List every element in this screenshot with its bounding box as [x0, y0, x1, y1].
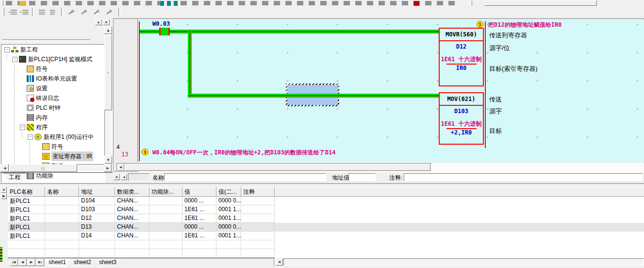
watch-row-d103[interactable]: 新PLC1 D103 CHAN... 1E61 ... 0001 1...	[8, 205, 644, 214]
tab-sheet2[interactable]: sheet2	[70, 258, 95, 267]
cell-name[interactable]	[45, 223, 79, 232]
cell-value-binary[interactable]: 0001 1...	[216, 232, 241, 240]
destination-operand[interactable]: +2,IR0	[440, 129, 483, 136]
force-cancel-button[interactable]	[103, 7, 115, 17]
panel-drag-grip[interactable]	[2, 39, 90, 42]
scroll-left-button[interactable]: ◄	[276, 258, 283, 266]
tree-item-plc[interactable]: - 新PLC1[CP1H] 监视模式	[1, 54, 105, 64]
tree-item-programs[interactable]: - 程序	[1, 122, 105, 132]
collapse-toggle-icon[interactable]: -	[4, 47, 10, 52]
scroll-down-button[interactable]: ▼	[104, 156, 112, 164]
tree-item-settings[interactable]: 设置	[1, 84, 105, 93]
cell-value[interactable]: 1E61 ...	[182, 214, 216, 223]
column-header[interactable]: 名称	[45, 187, 79, 196]
cell-data-type[interactable]: CHAN...	[115, 214, 149, 223]
cell-data-type[interactable]: CHAN...	[115, 197, 149, 205]
scroll-left-button[interactable]: ◄	[1, 164, 9, 172]
toolbar-grip[interactable]	[1, 0, 3, 6]
cell-value-binary[interactable]: 0001 1...	[216, 205, 241, 214]
watch-value-icons[interactable]	[160, 1, 181, 6]
tree-item-io-table[interactable]: IO表和单元设置	[1, 74, 105, 84]
collapse-toggle-icon[interactable]: -	[12, 57, 17, 62]
comment-lines-button[interactable]: °	[48, 7, 59, 17]
scroll-left-button[interactable]: ◄	[117, 164, 124, 171]
instruction-mov[interactable]: MOV(021) D103 1E61 十六进制 +2,IR0	[439, 92, 484, 145]
prev-sheet-button[interactable]: ◀	[18, 258, 27, 266]
align-lines-button[interactable]	[36, 7, 48, 17]
column-header[interactable]: 地址	[79, 187, 115, 196]
panel-close-button[interactable]: ×	[103, 19, 110, 25]
ladder-canvas[interactable]: W0.03 MOVR(560) D12 1E61 十六进制 IR0 MOV(02…	[138, 19, 644, 162]
tab-sheet1-active[interactable]: sheet1	[45, 258, 70, 267]
cell-address[interactable]: D13	[79, 223, 115, 232]
cell-plc-name[interactable]: 新PLC1	[8, 214, 45, 223]
bar-collapse-button[interactable]: ◄	[121, 174, 127, 180]
bar-close-button[interactable]: ×	[114, 174, 120, 180]
cell-name[interactable]	[45, 232, 79, 240]
collapse-toggle-icon[interactable]: -	[28, 134, 33, 140]
cell-plc-name[interactable]: 新PLC1	[8, 205, 45, 214]
watch-row-d13-selected[interactable]: 新PLC1 D13 CHAN... 0000 ... 0000 0...	[8, 223, 644, 232]
cell-data-type[interactable]: CHAN...	[115, 223, 149, 232]
column-header[interactable]: 功能块...	[149, 187, 182, 196]
cell-comment[interactable]	[241, 197, 275, 205]
watch-row-d12[interactable]: 新PLC1 D12 CHAN... 1E61 ... 0001 1...	[8, 214, 644, 223]
tree-item-index-register[interactable]: 变址寄存器 : IR	[1, 151, 105, 161]
cell-plc-name[interactable]: 新PLC1	[8, 232, 45, 240]
column-header[interactable]: 值(二...	[216, 187, 241, 196]
indent-right-button[interactable]: ▸	[18, 7, 30, 17]
tree-item-program1[interactable]: - 新程序1 (00)运行中	[1, 132, 105, 142]
open-icon[interactable]	[19, 1, 26, 6]
watch-row-d14[interactable]: 新PLC1 D14 CHAN... 1E61 ... 0001 1...	[8, 232, 644, 240]
contact-w003[interactable]	[159, 28, 170, 35]
cell-address[interactable]: D103	[79, 205, 115, 214]
cell-address[interactable]: D12	[79, 214, 115, 223]
toolbar-grip[interactable]	[2, 8, 4, 17]
toolbar-grip[interactable]	[470, 0, 472, 6]
cell-fb-usage[interactable]	[149, 232, 182, 240]
force-off-button[interactable]	[78, 7, 89, 17]
cell-plc-name[interactable]: 新PLC1	[8, 197, 45, 205]
tab-sheet3[interactable]: sheet3	[95, 258, 120, 267]
tree-item-error-log[interactable]: 错误日志	[1, 93, 105, 103]
watch-expand-button[interactable]: ▶	[1, 193, 7, 199]
cell-value[interactable]: 1E61 ...	[182, 205, 216, 214]
cell-address[interactable]: D14	[79, 232, 115, 240]
instruction-movr[interactable]: MOVR(560) D12 1E61 十六进制 IR0	[439, 28, 484, 86]
cell-value-binary[interactable]: 0000 0...	[216, 223, 241, 232]
source-operand[interactable]: D12	[440, 43, 483, 50]
cell-value[interactable]: 0000 ...	[182, 197, 216, 205]
cell-comment[interactable]	[241, 214, 275, 223]
tree-item-project[interactable]: - 新工程	[1, 45, 105, 54]
tree-hscroll-thumb[interactable]: |||	[9, 164, 77, 172]
tree-vscroll-thumb[interactable]: ≡	[104, 34, 112, 110]
tree-item-symbols-local[interactable]: 符号	[1, 142, 105, 151]
column-header[interactable]: 注释	[241, 187, 275, 196]
cell-comment[interactable]	[241, 205, 275, 214]
cell-comment[interactable]	[241, 223, 275, 232]
watch-close-button[interactable]: ×	[1, 187, 7, 193]
tree-item-symbols[interactable]: 符号	[1, 64, 105, 74]
force-on-button[interactable]	[65, 7, 77, 17]
watch-row-empty[interactable]	[8, 249, 644, 258]
cell-name[interactable]	[45, 197, 79, 205]
column-header[interactable]: 值	[182, 187, 216, 196]
cell-value[interactable]: 1E61 ...	[182, 232, 216, 240]
watch-horizontal-scrollbar[interactable]	[283, 258, 644, 266]
cell-name[interactable]	[45, 205, 79, 214]
cell-value-binary[interactable]: 0000 0...	[216, 197, 241, 205]
last-sheet-button[interactable]: ▶|	[36, 258, 44, 266]
collapse-toggle-icon[interactable]: -	[20, 125, 25, 130]
address-value-input[interactable]	[348, 173, 376, 181]
tree-item-memory[interactable]: 内存	[1, 113, 105, 122]
source-operand[interactable]: D103	[440, 108, 483, 115]
next-sheet-button[interactable]: ▶	[27, 258, 35, 266]
indent-left-button[interactable]: ◂	[7, 7, 18, 17]
stop-icon[interactable]	[413, 1, 419, 6]
comment-input[interactable]	[404, 173, 643, 181]
column-header[interactable]: 数据类...	[115, 187, 149, 196]
cell-data-type[interactable]: CHAN...	[115, 205, 149, 214]
cell-value[interactable]: 0000 ...	[182, 223, 216, 232]
cell-name[interactable]	[45, 214, 79, 223]
cell-fb-usage[interactable]	[149, 223, 182, 232]
